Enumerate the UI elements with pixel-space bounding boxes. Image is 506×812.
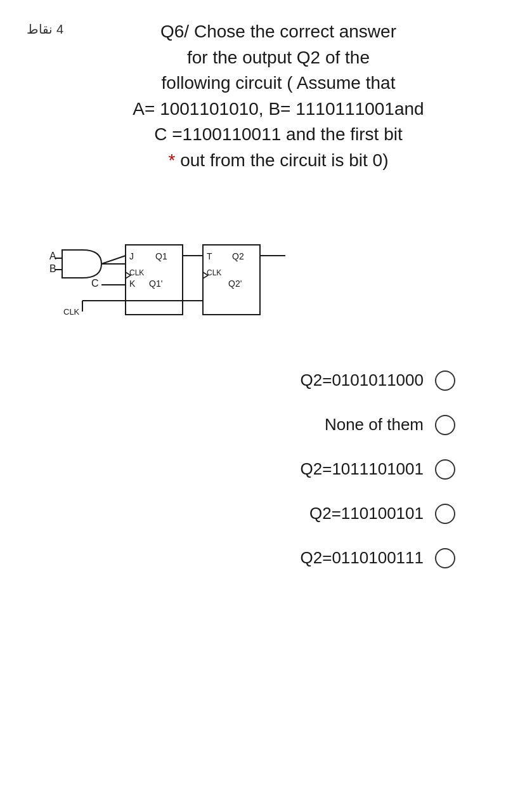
answer-text-3: Q2=1011101001 — [301, 459, 424, 479]
answer-text-5: Q2=0110100111 — [301, 548, 424, 568]
answer-option-2[interactable]: None of them — [325, 415, 455, 435]
asterisk: * — [168, 150, 175, 170]
answers-area: Q2=0101011000 None of them Q2=1011101001… — [13, 370, 493, 568]
radio-circle-5[interactable] — [435, 548, 455, 568]
ff2-q2-label: Q2 — [232, 251, 244, 261]
answer-text-2: None of them — [325, 415, 424, 435]
circuit-area: A B J Q1 CLK K Q1' C — [32, 199, 506, 339]
question-line4: A= 1001101010, B= 1110111001and — [133, 99, 424, 119]
circuit-diagram: A B J Q1 CLK K Q1' C — [32, 199, 361, 339]
answer-option-1[interactable]: Q2=0101011000 — [301, 370, 455, 391]
question-line5: C =1100110011 and the first bit — [154, 124, 403, 144]
question-line3: following circuit ( Assume that — [162, 73, 396, 93]
clk-label: CLK — [63, 307, 80, 317]
question-text: Q6/ Chose the correct answer for the out… — [63, 19, 493, 174]
label-c: C — [91, 278, 99, 289]
question-line2: for the output Q2 of the — [187, 48, 370, 67]
answer-text-1: Q2=0101011000 — [301, 370, 424, 390]
radio-circle-1[interactable] — [435, 370, 455, 391]
points-label: 4 نقاط — [13, 22, 63, 37]
label-b: B — [49, 263, 56, 274]
radio-circle-3[interactable] — [435, 459, 455, 480]
ff1-q1bar-label: Q1' — [149, 278, 162, 289]
ff1-k-label: K — [129, 278, 136, 289]
gate-body — [62, 250, 101, 278]
radio-circle-2[interactable] — [435, 415, 455, 435]
answer-option-3[interactable]: Q2=1011101001 — [301, 459, 455, 480]
ff1-clk-label: CLK — [129, 268, 144, 277]
answer-option-5[interactable]: Q2=0110100111 — [301, 548, 455, 568]
ff2-clk-label: CLK — [207, 268, 221, 277]
question-line6: out from the circuit is bit 0) — [180, 150, 388, 170]
ff2-q2bar-label: Q2' — [228, 278, 242, 289]
label-a: A — [49, 251, 56, 261]
header-row: 4 نقاط Q6/ Chose the correct answer for … — [13, 19, 493, 174]
ff1-q1-label: Q1 — [155, 251, 167, 261]
question-line1: Q6/ Chose the correct answer — [160, 22, 396, 41]
answer-text-4: Q2=110100101 — [309, 504, 424, 523]
ff1-j-input — [101, 256, 126, 264]
radio-circle-4[interactable] — [435, 504, 455, 524]
ff2-t-label: T — [207, 251, 212, 261]
ff1-j-label: J — [129, 251, 134, 261]
answer-option-4[interactable]: Q2=110100101 — [309, 504, 455, 524]
page-container: 4 نقاط Q6/ Chose the correct answer for … — [0, 0, 506, 812]
